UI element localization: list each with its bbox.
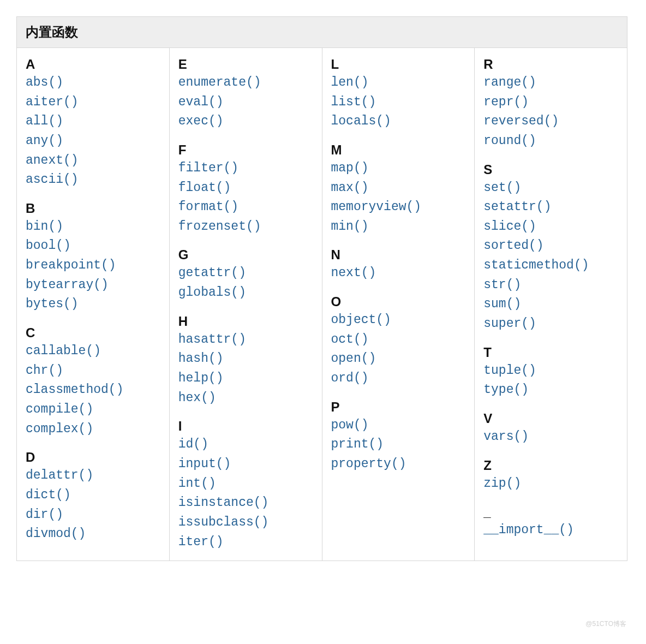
function-link[interactable]: __import__() (483, 521, 618, 540)
function-link[interactable]: str() (483, 276, 618, 295)
function-link[interactable]: id() (178, 435, 313, 455)
function-link[interactable]: hash() (178, 349, 313, 369)
function-link[interactable]: memoryview() (331, 198, 466, 217)
function-link[interactable]: getattr() (178, 264, 313, 283)
function-link[interactable]: property() (331, 455, 466, 474)
function-link[interactable]: any() (26, 132, 160, 151)
letter-heading: P (331, 399, 466, 415)
function-link[interactable]: bin() (26, 217, 160, 237)
function-link[interactable]: callable() (26, 342, 160, 361)
function-link[interactable]: format() (178, 198, 313, 217)
function-link[interactable]: int() (178, 474, 313, 494)
function-link[interactable]: super() (483, 314, 618, 334)
function-link[interactable]: input() (178, 455, 313, 474)
function-link[interactable]: repr() (483, 93, 618, 112)
function-link[interactable]: abs() (26, 73, 160, 93)
function-link[interactable]: map() (331, 159, 466, 178)
letter-group: Rrange()repr()reversed()round() (483, 57, 618, 151)
function-link[interactable]: slice() (483, 217, 618, 237)
letter-group: Hhasattr()hash()help()hex() (178, 314, 313, 408)
letter-group: Llen()list()locals() (331, 57, 466, 132)
table-title: 内置函数 (17, 17, 627, 48)
letter-group: Eenumerate()eval()exec() (178, 57, 313, 132)
column: Aabs()aiter()all()any()anext()ascii()Bbi… (17, 48, 170, 560)
letter-group: Iid()input()int()isinstance()issubclass(… (178, 419, 313, 552)
function-link[interactable]: max() (331, 178, 466, 198)
function-link[interactable]: pow() (331, 416, 466, 436)
letter-group: Ggetattr()globals() (178, 247, 313, 302)
letter-group: Ddelattr()dict()dir()divmod() (26, 450, 160, 544)
function-link[interactable]: dir() (26, 505, 160, 525)
function-link[interactable]: chr() (26, 361, 160, 381)
function-link[interactable]: classmethod() (26, 380, 160, 400)
function-link[interactable]: anext() (26, 151, 160, 171)
letter-heading: R (483, 57, 618, 72)
function-link[interactable]: ascii() (26, 170, 160, 190)
letter-group: Nnext() (331, 247, 466, 283)
function-link[interactable]: globals() (178, 283, 313, 303)
function-link[interactable]: enumerate() (178, 73, 313, 93)
function-link[interactable]: bytes() (26, 295, 160, 314)
letter-group: Ccallable()chr()classmethod()compile()co… (26, 325, 160, 439)
function-link[interactable]: eval() (178, 93, 313, 112)
function-link[interactable]: all() (26, 112, 160, 132)
function-link[interactable]: len() (331, 73, 466, 93)
function-link[interactable]: filter() (178, 159, 313, 178)
function-link[interactable]: open() (331, 349, 466, 369)
function-link[interactable]: delattr() (26, 466, 160, 486)
function-link[interactable]: float() (178, 178, 313, 198)
column: Eenumerate()eval()exec()Ffilter()float()… (170, 48, 322, 560)
function-link[interactable]: compile() (26, 400, 160, 420)
function-link[interactable]: iter() (178, 533, 313, 552)
function-link[interactable]: type() (483, 380, 618, 400)
letter-heading: B (26, 201, 160, 216)
letter-heading: G (178, 247, 313, 263)
function-link[interactable]: exec() (178, 112, 313, 132)
function-link[interactable]: breakpoint() (26, 256, 160, 276)
letter-heading: F (178, 142, 313, 158)
function-link[interactable]: issubclass() (178, 513, 313, 533)
function-link[interactable]: aiter() (26, 93, 160, 112)
letter-group: Ffilter()float()format()frozenset() (178, 142, 313, 237)
letter-group: Ppow()print()property() (331, 399, 466, 474)
letter-heading: C (26, 325, 160, 341)
function-link[interactable]: oct() (331, 330, 466, 350)
function-link[interactable]: bool() (26, 236, 160, 256)
function-link[interactable]: tuple() (483, 361, 618, 381)
function-link[interactable]: next() (331, 264, 466, 283)
function-link[interactable]: sum() (483, 295, 618, 314)
function-link[interactable]: staticmethod() (483, 256, 618, 276)
function-link[interactable]: zip() (483, 474, 618, 494)
function-link[interactable]: complex() (26, 420, 160, 439)
function-link[interactable]: object() (331, 311, 466, 330)
function-link[interactable]: print() (331, 435, 466, 455)
letter-group: ___import__() (483, 504, 618, 540)
function-link[interactable]: min() (331, 217, 466, 237)
letter-heading: H (178, 314, 313, 329)
letter-heading: E (178, 57, 313, 72)
function-link[interactable]: sorted() (483, 236, 618, 256)
function-link[interactable]: range() (483, 73, 618, 93)
function-link[interactable]: reversed() (483, 112, 618, 132)
column: Llen()list()locals()Mmap()max()memoryvie… (322, 48, 475, 560)
function-link[interactable]: setattr() (483, 198, 618, 217)
letter-group: Zzip() (483, 458, 618, 494)
function-link[interactable]: locals() (331, 112, 466, 132)
function-link[interactable]: list() (331, 93, 466, 112)
function-link[interactable]: frozenset() (178, 217, 313, 237)
function-link[interactable]: set() (483, 178, 618, 198)
function-link[interactable]: vars() (483, 427, 618, 447)
builtin-functions-table: 内置函数 Aabs()aiter()all()any()anext()ascii… (16, 16, 627, 561)
function-link[interactable]: bytearray() (26, 276, 160, 295)
function-link[interactable]: dict() (26, 486, 160, 505)
function-link[interactable]: isinstance() (178, 493, 313, 513)
letter-heading: Z (483, 458, 618, 473)
function-link[interactable]: help() (178, 369, 313, 389)
function-link[interactable]: divmod() (26, 524, 160, 544)
function-link[interactable]: hex() (178, 389, 313, 408)
function-link[interactable]: hasattr() (178, 330, 313, 350)
function-link[interactable]: round() (483, 132, 618, 151)
function-link[interactable]: ord() (331, 369, 466, 389)
letter-group: Oobject()oct()open()ord() (331, 294, 466, 389)
letter-heading: V (483, 411, 618, 426)
